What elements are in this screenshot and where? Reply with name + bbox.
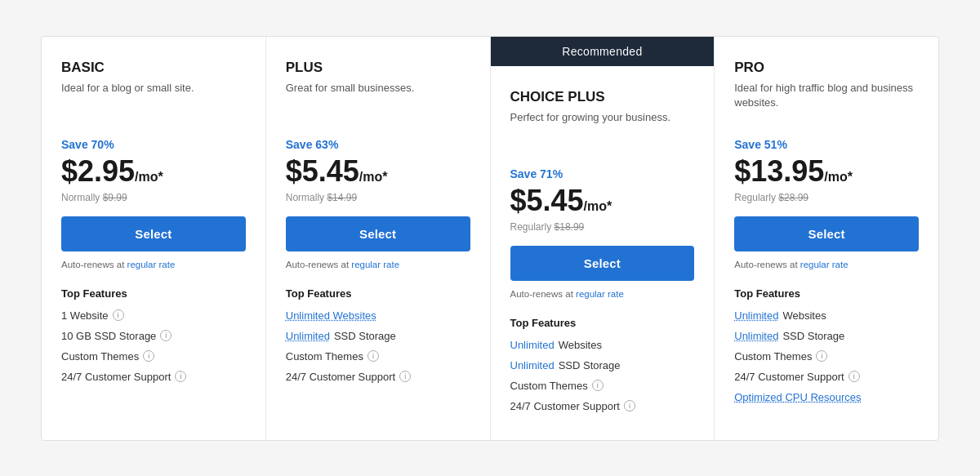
plan-desc-pro: Ideal for high traffic blog and business… bbox=[734, 81, 919, 122]
plan-name-plus: PLUS bbox=[286, 60, 470, 76]
feature-item-pro-0: Unlimited Websites bbox=[734, 309, 919, 322]
pricing-table: BASICIdeal for a blog or small site.Save… bbox=[41, 36, 939, 441]
plan-desc-basic: Ideal for a blog or small site. bbox=[61, 81, 246, 122]
feature-item-choice-plus-0: Unlimited Websites bbox=[510, 339, 695, 351]
recommended-banner: Recommended bbox=[491, 37, 715, 66]
feature-text-choice-plus-2: Custom Themes bbox=[510, 380, 588, 392]
plan-name-pro: PRO bbox=[734, 60, 919, 76]
feature-text-plus-3: 24/7 Customer Support bbox=[286, 371, 395, 383]
plan-desc-choice-plus: Perfect for growing your business. bbox=[510, 110, 695, 151]
feature-link-pro-0[interactable]: Unlimited bbox=[734, 309, 778, 322]
auto-renew-plus: Auto-renews at regular rate bbox=[286, 260, 470, 269]
save-badge-plus: Save 63% bbox=[286, 138, 470, 151]
feature-item-choice-plus-2: Custom Themes i bbox=[510, 380, 695, 392]
feature-text-pro-2: Custom Themes bbox=[734, 350, 812, 363]
price-normal-plus: Normally $14.99 bbox=[286, 192, 470, 203]
feature-item-plus-2: Custom Themes i bbox=[286, 350, 470, 363]
regular-rate-link-pro[interactable]: regular rate bbox=[800, 260, 849, 269]
save-badge-choice-plus: Save 71% bbox=[510, 167, 695, 180]
feature-item-pro-1: Unlimited SSD Storage bbox=[734, 330, 919, 342]
price-mo-basic: /mo* bbox=[135, 170, 163, 185]
plan-name-choice-plus: CHOICE PLUS bbox=[510, 89, 695, 105]
optimized-cpu-link[interactable]: Optimized CPU Resources bbox=[734, 391, 861, 403]
feature-item-basic-3: 24/7 Customer Support i bbox=[61, 371, 246, 383]
plan-col-plus: PLUSGreat for small businesses.Save 63% … bbox=[266, 37, 491, 440]
regular-rate-link-plus[interactable]: regular rate bbox=[351, 260, 399, 269]
feature-text-plus-2: Custom Themes bbox=[286, 350, 363, 363]
feature-text-basic-1: 10 GB SSD Storage bbox=[61, 330, 156, 342]
optimized-cpu-feature[interactable]: Optimized CPU Resources bbox=[734, 391, 919, 403]
price-normal-choice-plus: Regularly $18.99 bbox=[510, 221, 695, 233]
plan-name-basic: BASIC bbox=[61, 60, 246, 76]
features-title-basic: Top Features bbox=[61, 287, 246, 300]
price-normal-basic: Normally $9.99 bbox=[61, 192, 246, 203]
select-button-choice-plus[interactable]: Select bbox=[510, 246, 695, 281]
info-icon-basic-0: i bbox=[113, 309, 124, 321]
info-icon-basic-1: i bbox=[160, 330, 172, 341]
feature-item-basic-1: 10 GB SSD Storage i bbox=[61, 330, 246, 342]
price-mo-choice-plus: /mo* bbox=[584, 199, 612, 214]
feature-item-pro-3: 24/7 Customer Support i bbox=[734, 371, 919, 383]
feature-text-basic-0: 1 Website bbox=[61, 309, 109, 322]
feature-item-choice-plus-3: 24/7 Customer Support i bbox=[510, 400, 695, 412]
info-icon-choice-plus-3: i bbox=[624, 400, 635, 411]
feature-text-basic-3: 24/7 Customer Support bbox=[61, 371, 171, 383]
features-title-plus: Top Features bbox=[286, 287, 470, 300]
feature-link-plus-1[interactable]: Unlimited bbox=[286, 330, 330, 342]
regular-rate-link-choice-plus[interactable]: regular rate bbox=[576, 289, 624, 299]
plan-col-choice-plus: RecommendedCHOICE PLUSPerfect for growin… bbox=[491, 37, 715, 440]
features-title-pro: Top Features bbox=[734, 287, 919, 300]
feature-item-choice-plus-1: Unlimited SSD Storage bbox=[510, 359, 695, 371]
auto-renew-pro: Auto-renews at regular rate bbox=[734, 260, 919, 269]
plan-col-pro: PROIdeal for high traffic blog and busin… bbox=[715, 37, 938, 440]
price-dollar-basic: $2.95 bbox=[61, 154, 135, 189]
info-icon-pro-3: i bbox=[849, 371, 860, 382]
feature-link-plus-0[interactable]: Unlimited Websites bbox=[286, 309, 376, 322]
select-button-pro[interactable]: Select bbox=[734, 216, 919, 251]
plan-col-basic: BASICIdeal for a blog or small site.Save… bbox=[42, 37, 266, 440]
price-dollar-plus: $5.45 bbox=[286, 154, 359, 189]
info-icon-basic-2: i bbox=[143, 350, 154, 362]
info-icon-pro-2: i bbox=[816, 350, 827, 362]
info-icon-plus-3: i bbox=[399, 371, 411, 382]
feature-link-pro-1[interactable]: Unlimited bbox=[734, 330, 778, 342]
auto-renew-choice-plus: Auto-renews at regular rate bbox=[510, 289, 695, 299]
save-badge-basic: Save 70% bbox=[61, 138, 246, 151]
auto-renew-basic: Auto-renews at regular rate bbox=[61, 260, 246, 269]
price-mo-plus: /mo* bbox=[359, 170, 388, 185]
feature-item-basic-0: 1 Website i bbox=[61, 309, 246, 322]
select-button-basic[interactable]: Select bbox=[61, 216, 246, 251]
price-normal-pro: Regularly $28.99 bbox=[734, 192, 919, 203]
feature-text-basic-2: Custom Themes bbox=[61, 350, 139, 363]
features-title-choice-plus: Top Features bbox=[510, 317, 695, 329]
feature-text-choice-plus-3: 24/7 Customer Support bbox=[510, 400, 620, 412]
save-badge-pro: Save 51% bbox=[734, 138, 919, 151]
feature-item-plus-1: Unlimited SSD Storage bbox=[286, 330, 470, 342]
select-button-plus[interactable]: Select bbox=[286, 216, 470, 251]
price-dollar-pro: $13.95 bbox=[734, 154, 824, 189]
regular-rate-link-basic[interactable]: regular rate bbox=[127, 260, 176, 269]
info-icon-plus-2: i bbox=[368, 350, 379, 362]
plan-desc-plus: Great for small businesses. bbox=[286, 81, 470, 122]
feature-item-basic-2: Custom Themes i bbox=[61, 350, 246, 363]
feature-item-pro-2: Custom Themes i bbox=[734, 350, 919, 363]
feature-item-plus-0: Unlimited Websites bbox=[286, 309, 470, 322]
feature-text-pro-3: 24/7 Customer Support bbox=[734, 371, 844, 383]
info-icon-basic-3: i bbox=[175, 371, 186, 382]
info-icon-choice-plus-2: i bbox=[592, 380, 604, 391]
price-dollar-choice-plus: $5.45 bbox=[510, 184, 584, 218]
feature-item-plus-3: 24/7 Customer Support i bbox=[286, 371, 470, 383]
price-mo-pro: /mo* bbox=[824, 170, 853, 185]
